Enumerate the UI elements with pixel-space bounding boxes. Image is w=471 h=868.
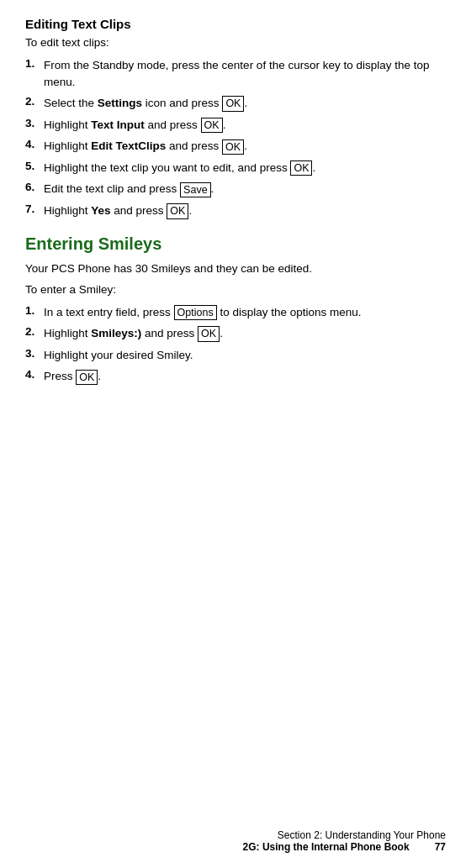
step-number: 4. bbox=[25, 138, 44, 150]
inline-box: OK bbox=[167, 203, 188, 218]
bold-text: Edit TextClips bbox=[91, 139, 166, 152]
step-content: In a text entry field, press Options to … bbox=[44, 304, 446, 321]
step-content: From the Standby mode, press the center … bbox=[44, 57, 446, 90]
list-item: 1.From the Standby mode, press the cente… bbox=[25, 57, 446, 90]
inline-box: OK bbox=[222, 96, 244, 111]
bold-text: Text Input bbox=[91, 118, 145, 131]
step-number: 1. bbox=[25, 57, 44, 70]
list-item: 5.Highlight the text clip you want to ed… bbox=[25, 160, 446, 176]
inline-box: Save bbox=[180, 182, 211, 197]
step-content: Highlight the text clip you want to edit… bbox=[44, 160, 446, 176]
list-item: 4.Highlight Edit TextClips and press OK. bbox=[25, 138, 446, 155]
step-content: Press OK. bbox=[44, 368, 446, 385]
step-content: Highlight Smileys:) and press OK. bbox=[44, 325, 446, 342]
inline-box: OK bbox=[201, 118, 223, 133]
step-number: 3. bbox=[25, 347, 44, 360]
intro-text-3: To enter a Smiley: bbox=[25, 283, 446, 296]
inline-box: OK bbox=[76, 370, 98, 385]
step-list-2: 1.In a text entry field, press Options t… bbox=[25, 304, 446, 385]
step-number: 2. bbox=[25, 95, 44, 108]
step-number: 1. bbox=[25, 304, 44, 317]
step-list-1: 1.From the Standby mode, press the cente… bbox=[25, 57, 446, 219]
step-number: 6. bbox=[25, 181, 44, 193]
step-content: Highlight Yes and press OK. bbox=[44, 203, 446, 219]
step-content: Edit the text clip and press Save. bbox=[44, 181, 446, 197]
step-content: Highlight Text Input and press OK. bbox=[44, 117, 446, 134]
inline-box: OK bbox=[222, 139, 244, 155]
footer: Section 2: Understanding Your Phone 2G: … bbox=[243, 829, 446, 853]
list-item: 4.Press OK. bbox=[25, 368, 446, 385]
list-item: 2.Select the Settings icon and press OK. bbox=[25, 95, 446, 112]
step-content: Highlight Edit TextClips and press OK. bbox=[44, 138, 446, 155]
step-content: Select the Settings icon and press OK. bbox=[44, 95, 446, 112]
page-container: Editing Text Clips To edit text clips: 1… bbox=[0, 0, 471, 868]
list-item: 7.Highlight Yes and press OK. bbox=[25, 203, 446, 219]
section-heading-smileys: Entering Smileys bbox=[25, 234, 446, 254]
step-content: Highlight your desired Smiley. bbox=[44, 347, 446, 364]
bold-text: Smileys:) bbox=[91, 327, 141, 339]
step-number: 5. bbox=[25, 160, 44, 172]
inline-box: OK bbox=[290, 160, 312, 176]
footer-line1: Section 2: Understanding Your Phone bbox=[243, 829, 446, 841]
step-number: 4. bbox=[25, 368, 44, 381]
intro-text-2: Your PCS Phone has 30 Smileys and they c… bbox=[25, 262, 446, 275]
inline-box: OK bbox=[198, 326, 220, 341]
intro-text: To edit text clips: bbox=[25, 36, 446, 49]
list-item: 6.Edit the text clip and press Save. bbox=[25, 181, 446, 197]
footer-line2: 2G: Using the Internal Phone Book bbox=[243, 841, 410, 853]
list-item: 3.Highlight Text Input and press OK. bbox=[25, 117, 446, 134]
section-title: Editing Text Clips bbox=[25, 17, 446, 31]
list-item: 2.Highlight Smileys:) and press OK. bbox=[25, 325, 446, 342]
step-number: 3. bbox=[25, 117, 44, 129]
list-item: 1.In a text entry field, press Options t… bbox=[25, 304, 446, 321]
inline-box: Options bbox=[174, 305, 217, 320]
bold-text: Yes bbox=[91, 204, 110, 217]
step-number: 2. bbox=[25, 325, 44, 338]
footer-page: 77 bbox=[435, 841, 446, 853]
step-number: 7. bbox=[25, 203, 44, 215]
bold-text: Settings bbox=[98, 97, 142, 109]
list-item: 3.Highlight your desired Smiley. bbox=[25, 347, 446, 364]
